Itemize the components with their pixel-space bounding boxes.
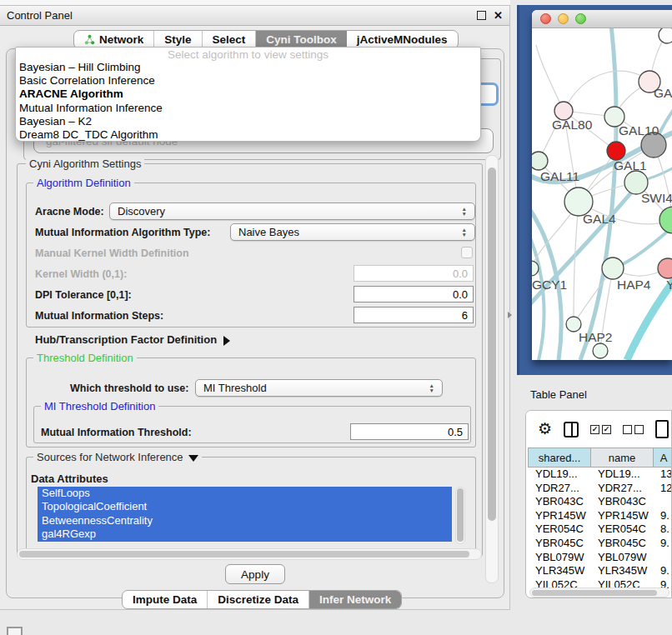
attributes-scrollbar[interactable]: [455, 487, 465, 544]
control-panel-titlebar: Control Panel ✕: [0, 6, 509, 26]
data-attributes-label: Data Attributes: [31, 472, 108, 485]
node-label: GAL80: [552, 118, 593, 132]
aracne-mode-combobox[interactable]: Discovery ▲▼: [109, 202, 475, 220]
mi-threshold-field[interactable]: [350, 423, 469, 440]
algorithm-dropdown: Select algorithm to view settings Bayesi…: [15, 47, 481, 142]
gear-icon[interactable]: ⚙: [538, 422, 552, 437]
select-all-icon[interactable]: ✓✓: [590, 425, 611, 434]
mi-type-combobox[interactable]: Naive Bayes ▲▼: [230, 223, 475, 241]
kernel-width-label: Kernel Width (0,1):: [35, 268, 127, 280]
splitter-collapse-icon[interactable]: [508, 312, 512, 318]
export-table-icon[interactable]: [655, 420, 669, 438]
control-panel-title: Control Panel: [7, 9, 73, 22]
network-node-gal11[interactable]: [532, 152, 548, 170]
network-node-y[interactable]: [658, 258, 672, 278]
network-node[interactable]: [659, 28, 672, 43]
table-cell: 9.: [653, 509, 672, 523]
table-cell: YBL079W: [590, 551, 653, 565]
table-row[interactable]: YER054CYER054C8.: [528, 522, 672, 537]
attribute-item-selected[interactable]: SelfLoops: [38, 487, 452, 500]
sources-group-label: Sources for Network Inference: [37, 451, 183, 463]
mi-type-value: Naive Bayes: [238, 226, 299, 238]
algorithm-dropdown-list: Bayesian – Hill ClimbingBasic Correlatio…: [16, 61, 480, 142]
dpi-tolerance-label: DPI Tolerance [0,1]:: [35, 289, 132, 301]
network-edge[interactable]: [536, 45, 564, 111]
tab-jactivemnodules[interactable]: jActiveMNodules: [347, 31, 458, 48]
float-window-icon[interactable]: [477, 11, 486, 20]
algorithm-definition-label: Algorithm Definition: [33, 177, 134, 189]
sources-group-toggle[interactable]: Sources for Network Inference: [33, 451, 202, 463]
table-row[interactable]: YBR043CYBR043C: [528, 495, 672, 509]
algorithm-option[interactable]: Mutual Information Inference: [16, 102, 480, 115]
tab-network[interactable]: Network: [74, 31, 154, 48]
attribute-item-selected[interactable]: BetweennessCentrality: [38, 514, 452, 528]
network-edge[interactable]: [574, 202, 579, 324]
which-threshold-value: MI Threshold: [203, 382, 267, 394]
table-hscrollbar[interactable]: [529, 588, 669, 598]
tab-impute-data[interactable]: Impute Data: [123, 591, 208, 608]
node-label: GAL10: [619, 123, 659, 138]
column-header[interactable]: A: [653, 448, 672, 468]
mi-steps-field[interactable]: [354, 307, 474, 323]
attribute-item-selected[interactable]: gal4RGexp: [38, 528, 452, 541]
dpi-tolerance-field[interactable]: [354, 286, 474, 302]
which-threshold-combobox[interactable]: MI Threshold ▲▼: [195, 379, 443, 397]
mi-steps-label: Mutual Information Steps:: [35, 310, 163, 322]
algorithm-option[interactable]: Bayesian – Hill Climbing: [16, 61, 480, 74]
tab-discretize-data[interactable]: Discretize Data: [208, 591, 309, 608]
minimized-panel-icon[interactable]: [7, 627, 23, 635]
threshold-definition-label: Threshold Definition: [33, 352, 137, 364]
table-row[interactable]: YDL19...YDL19...13: [528, 468, 672, 482]
tab-infer-network[interactable]: Infer Network: [309, 591, 401, 608]
network-node[interactable]: [659, 207, 672, 233]
column-header[interactable]: shared...: [528, 448, 590, 468]
settings-hscrollbar[interactable]: [17, 548, 482, 560]
table-row[interactable]: YPR145WYPR145W9.: [528, 509, 672, 523]
combo-arrows-icon: ▲▼: [429, 383, 434, 392]
combo-arrows-icon: ▲▼: [462, 228, 467, 237]
node-table: shared...nameAYDL19...YDL19...13YDR27...…: [528, 448, 672, 592]
kernel-width-field[interactable]: [354, 265, 474, 282]
network-node-gal1[interactable]: [607, 142, 625, 160]
table-row[interactable]: YDR27...YDR27...12: [528, 482, 672, 496]
table-cell: YBR043C: [528, 495, 590, 509]
algorithm-option[interactable]: Basic Correlation Inference: [16, 74, 480, 88]
table-row[interactable]: YBL079WYBL079W: [528, 551, 672, 565]
table-cell: YDR27...: [590, 482, 653, 496]
network-window-titlebar[interactable]: [532, 10, 672, 28]
algorithm-option[interactable]: Dream8 DC_TDC Algorithm: [16, 128, 480, 142]
network-node[interactable]: [593, 343, 608, 358]
minimize-traffic-light-icon[interactable]: [558, 13, 569, 24]
tab-select[interactable]: Select: [203, 31, 257, 48]
algorithm-option[interactable]: Bayesian – K2: [16, 115, 480, 128]
node-label: GAL4: [583, 212, 616, 226]
apply-button[interactable]: Apply: [225, 564, 285, 584]
network-canvas[interactable]: GALGAL80GAL10GAL1GAL11SWI4GAL4GCY1HAP4YH…: [532, 28, 672, 360]
deselect-all-icon[interactable]: [623, 425, 644, 434]
table-cell: YLR345W: [528, 564, 590, 578]
columns-icon[interactable]: [564, 422, 579, 438]
settings-scrollbar[interactable]: [485, 155, 499, 583]
close-traffic-light-icon[interactable]: [540, 13, 551, 24]
hub-definition-toggle[interactable]: Hub/Transcription Factor Definition: [35, 333, 230, 346]
close-icon[interactable]: ✕: [494, 12, 503, 20]
manual-kernel-checkbox[interactable]: [461, 247, 473, 258]
tab-style[interactable]: Style: [154, 31, 202, 48]
node-label: GAL: [654, 86, 672, 100]
table-cell: YDL19...: [590, 468, 653, 482]
attribute-item-selected[interactable]: TopologicalCoefficient: [38, 500, 452, 513]
table-toolbar: ⚙ ✓✓: [526, 411, 671, 448]
aracne-mode-label: Aracne Mode:: [35, 206, 104, 218]
table-panel-title: Table Panel: [530, 388, 587, 401]
manual-kernel-label: Manual Kernel Width Definition: [35, 248, 189, 259]
network-node-hap4[interactable]: [602, 258, 624, 279]
tab-cyni-toolbox[interactable]: Cyni Toolbox: [256, 31, 347, 48]
column-header[interactable]: name: [590, 448, 653, 468]
zoom-traffic-light-icon[interactable]: [575, 13, 586, 24]
table-row[interactable]: YBR045CYBR045C9.: [528, 537, 672, 551]
table-cell: YBR043C: [590, 495, 653, 509]
node-label: GCY1: [532, 278, 567, 292]
algorithm-option[interactable]: ARACNE Algorithm: [16, 88, 480, 101]
table-row[interactable]: YLR345WYLR345W9.: [528, 564, 672, 578]
table-cell: 8.: [653, 522, 672, 537]
